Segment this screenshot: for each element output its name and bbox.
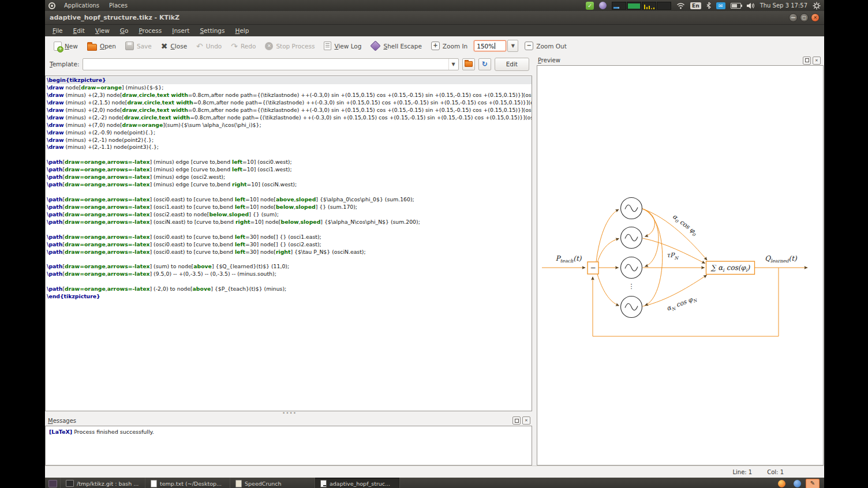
open-folder-icon [87, 44, 97, 51]
top-panel-menus: Applications Places [48, 2, 129, 9]
wifi-icon[interactable] [676, 2, 685, 9]
software-updater-icon[interactable]: ✓ [586, 2, 594, 10]
taskbar-item[interactable]: temp.txt (~/Desktop... [145, 478, 230, 488]
code-line[interactable]: \draw (minus) +(2,-2) node[draw,circle,t… [47, 114, 532, 122]
window-list-button[interactable] [45, 478, 61, 488]
menu-insert[interactable]: Insert [167, 26, 194, 35]
code-line[interactable]: \draw (minus) +(2,3) node[draw,circle,te… [47, 92, 532, 99]
template-label: Template: [50, 61, 79, 67]
close-button[interactable]: ✕ [811, 13, 820, 22]
zoom-out-button[interactable]: −Zoom Out [521, 40, 571, 52]
toolbar: New Open Save ✖Close ↶Undo ↷Redo ✕Stop P… [45, 36, 824, 55]
volume-icon[interactable] [746, 2, 755, 9]
code-line[interactable] [47, 189, 532, 196]
text-editor-icon [151, 480, 157, 487]
template-open-button[interactable] [462, 58, 475, 70]
system-monitor-applet[interactable] [612, 2, 671, 10]
save-icon [125, 42, 134, 50]
menu-settings[interactable]: Settings [194, 26, 230, 35]
code-line[interactable]: \begin{tikzpicture} [47, 77, 532, 84]
zoom-level-input[interactable]: 150% [474, 40, 506, 51]
code-line[interactable]: \path[draw=orange,arrows=-latex] (osci1.… [47, 204, 532, 211]
code-line[interactable]: \draw (minus) +(2,-1) node(point2){.}; [47, 137, 532, 144]
code-line[interactable] [47, 151, 532, 159]
minimize-button[interactable]: — [789, 13, 798, 22]
code-editor[interactable]: \begin{tikzpicture}\draw node[draw=orang… [45, 76, 532, 411]
code-line[interactable]: \path[draw=orange,arrows=-latex] (osci0.… [47, 196, 532, 204]
code-line[interactable] [47, 278, 532, 286]
undo-button[interactable]: ↶Undo [192, 40, 226, 52]
stop-process-icon: ✕ [265, 42, 273, 50]
session-gear-icon[interactable] [813, 2, 821, 10]
code-line[interactable]: \draw (minus) +(2,0) node[draw,circle,te… [47, 107, 532, 114]
code-line[interactable]: \path[draw=orange,arrows=-latex] (osci0.… [47, 234, 532, 241]
menu-go[interactable]: Go [115, 26, 134, 35]
zoom-combo-arrow[interactable]: ▼ [507, 40, 518, 52]
code-line[interactable]: \path[draw=orange,arrows=-latex] (minus)… [47, 159, 532, 166]
messages-close-button[interactable]: ✕ [522, 416, 530, 425]
notes-launcher[interactable]: ✎ [806, 479, 820, 488]
code-line[interactable]: \draw (minus) +(2,-0.9) node(point){.}; [47, 129, 532, 137]
template-reload-button[interactable]: ↻ [478, 58, 491, 70]
code-line[interactable]: \draw (minus) +(7,0) node[draw=orange](s… [47, 122, 532, 129]
applications-menu[interactable]: Applications [63, 2, 100, 9]
menu-edit[interactable]: Edit [68, 26, 90, 35]
code-line[interactable]: \path[draw=orange,arrows=-latex] (osciN.… [47, 219, 532, 226]
save-button[interactable]: Save [121, 40, 156, 52]
taskbar-item[interactable]: /tmp/ktikz.git : bash ... [61, 478, 145, 488]
code-line[interactable]: \draw node[draw=orange] (minus){$-$}; [47, 84, 532, 92]
preview-float-button[interactable] [803, 57, 811, 65]
browser-launcher[interactable] [790, 479, 804, 488]
menu-help[interactable]: Help [230, 26, 254, 35]
messages-title: Messages [48, 418, 76, 424]
template-combo-arrow-icon[interactable]: ▼ [448, 59, 458, 70]
taskbar-item[interactable]: adaptive_hopf_struc... [315, 478, 400, 488]
stop-process-button[interactable]: ✕Stop Process [261, 40, 319, 52]
open-button[interactable]: Open [83, 40, 120, 52]
template-combobox[interactable]: ▼ [83, 58, 458, 70]
messages-float-button[interactable] [512, 416, 521, 425]
mail-icon[interactable]: ✉ [716, 2, 725, 9]
ubuntu-one-icon[interactable] [599, 2, 607, 9]
messages-output: [LaTeX] Process finished successfully. [45, 426, 532, 466]
code-line[interactable]: \path[draw=orange,arrows=-latex] (minus)… [47, 181, 532, 189]
code-line[interactable]: \draw (minus) +(2,-1.1) node(point3){.}; [47, 144, 532, 151]
code-line[interactable]: \path[draw=orange,arrows=-latex] (osci0.… [47, 249, 532, 256]
close-file-button[interactable]: ✖Close [157, 40, 191, 52]
calculator-icon [235, 480, 242, 487]
code-line[interactable] [47, 226, 532, 234]
battery-icon[interactable] [731, 3, 741, 9]
code-line[interactable]: \path[draw=orange,arrows=-latex] (-2,0) … [47, 286, 532, 293]
bluetooth-icon[interactable] [706, 2, 711, 9]
code-line[interactable]: \path[draw=orange,arrows=-latex] (osci2.… [47, 211, 532, 219]
taskbar-item[interactable]: SpeedCrunch [230, 478, 315, 488]
zoom-in-button[interactable]: +Zoom In [427, 40, 472, 52]
horizontal-splitter[interactable]: •••• [45, 411, 534, 415]
menu-file[interactable]: File [47, 26, 68, 35]
splitter-grip: •••• [282, 412, 297, 414]
redo-button[interactable]: ↷Redo [227, 40, 260, 52]
code-line[interactable]: \path[draw=orange,arrows=-latex] (osci0.… [47, 241, 532, 249]
places-menu[interactable]: Places [108, 2, 129, 9]
window-titlebar[interactable]: adaptive_hopf_structure.tikz - KTikZ — ▢… [45, 11, 824, 25]
view-log-button[interactable]: View Log [320, 40, 365, 52]
code-line[interactable]: \draw (minus) +(2,1.5) node[draw,circle,… [47, 99, 532, 107]
clock[interactable]: Thu Sep 3 17:57 [760, 2, 807, 9]
template-edit-button[interactable]: Edit [495, 58, 529, 71]
minus-node-label: − [590, 264, 596, 272]
code-line[interactable]: \end{tikzpicture} [47, 293, 532, 301]
code-line[interactable]: \path[draw=orange,arrows=-latex] (minus)… [47, 166, 532, 174]
code-line[interactable]: \path[draw=orange,arrows=-latex] (sum) t… [47, 263, 532, 271]
code-line[interactable]: \path[draw=orange,arrows=-latex] (minus)… [47, 174, 532, 181]
keyboard-layout-indicator[interactable]: En [690, 2, 701, 9]
shell-escape-button[interactable]: Shell Escape [366, 40, 425, 51]
new-button[interactable]: New [50, 40, 82, 52]
code-area: \begin{tikzpicture}\draw node[draw=orang… [46, 76, 532, 301]
firefox-launcher[interactable] [775, 479, 788, 488]
code-line[interactable]: \path[draw=orange,arrows=-latex] (9.5,0)… [47, 271, 532, 278]
menu-view[interactable]: View [90, 26, 115, 35]
preview-close-button[interactable]: ✕ [813, 57, 821, 65]
maximize-button[interactable]: ▢ [800, 13, 809, 22]
code-line[interactable] [47, 256, 532, 264]
menu-process[interactable]: Process [133, 26, 167, 35]
